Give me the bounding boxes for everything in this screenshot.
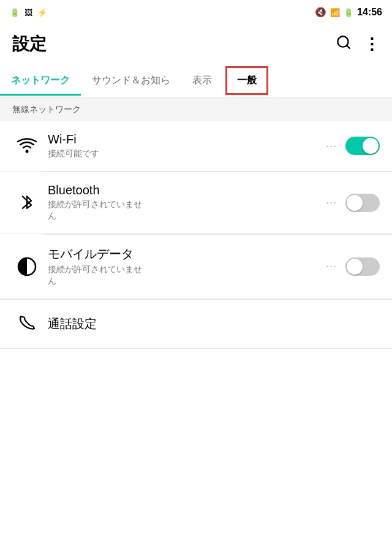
usb-icon: ⚡ [37,8,47,17]
battery-status-icon: 🔋 [10,8,20,17]
mobile-data-more-button[interactable]: ··· [326,260,337,273]
call-settings-title: 通話設定 [48,316,374,332]
settings-item-call[interactable]: 通話設定 [0,300,392,349]
mute-icon: 🔇 [315,7,326,18]
tab-bar: ネットワーク サウンド＆お知ら 表示 一般 [0,64,392,98]
tab-general[interactable]: 一般 [225,66,268,95]
status-time: 14:56 [357,7,382,18]
settings-item-wifi[interactable]: Wi-Fi 接続可能です ··· [0,121,392,172]
signal-icon: 📶 [330,8,340,17]
bluetooth-actions: ··· [326,194,380,212]
bluetooth-title: Bluetooth [48,183,320,197]
wifi-content: Wi-Fi 接続可能です [42,132,326,160]
wifi-toggle[interactable] [345,137,380,155]
bluetooth-subtitle: 接続が許可されていません [48,199,320,222]
wifi-subtitle: 接続可能です [48,148,320,160]
mobile-data-subtitle: 接続が許可されていません [48,264,320,287]
bluetooth-more-button[interactable]: ··· [326,196,337,209]
tab-sound[interactable]: サウンド＆お知ら [81,66,181,96]
app-bar-icons: ⋮ [336,34,380,54]
tab-network[interactable]: ネットワーク [0,66,81,96]
status-bar-right: 🔇 📶 🔋 14:56 [315,7,382,18]
call-settings-icon [12,314,42,333]
mobile-data-actions: ··· [326,257,380,276]
more-options-button[interactable]: ⋮ [364,35,380,54]
search-button[interactable] [336,34,352,54]
battery-icon: 🔋 [344,8,353,17]
settings-item-mobile-data[interactable]: モバイルデータ 接続が許可されていません ··· [0,235,392,299]
svg-point-2 [26,150,29,153]
wifi-icon [12,137,42,154]
wifi-more-button[interactable]: ··· [326,140,337,153]
svg-line-1 [347,45,350,48]
mobile-data-toggle-knob [347,259,363,275]
status-bar-left: 🔋 🖼 ⚡ [10,8,47,17]
wifi-actions: ··· [326,137,380,155]
mobile-data-title: モバイルデータ [48,246,320,262]
settings-item-bluetooth[interactable]: Bluetooth 接続が許可されていません ··· [0,172,392,234]
bluetooth-toggle-knob [347,195,363,211]
mobile-data-content: モバイルデータ 接続が許可されていません [42,246,326,287]
call-settings-content: 通話設定 [42,316,380,332]
section-header-wireless: 無線ネットワーク [0,98,392,121]
wifi-toggle-knob [363,138,379,154]
image-icon: 🖼 [24,8,32,17]
bluetooth-toggle[interactable] [345,194,380,212]
status-bar: 🔋 🖼 ⚡ 🔇 📶 🔋 14:56 [0,0,392,25]
mobile-data-icon [12,256,42,277]
bluetooth-content: Bluetooth 接続が許可されていません [42,183,326,222]
app-bar: 設定 ⋮ [0,25,392,64]
page-title: 設定 [12,32,47,56]
wifi-title: Wi-Fi [48,132,320,146]
bluetooth-icon [12,193,42,213]
tab-display[interactable]: 表示 [181,66,223,96]
mobile-data-toggle[interactable] [345,257,380,276]
